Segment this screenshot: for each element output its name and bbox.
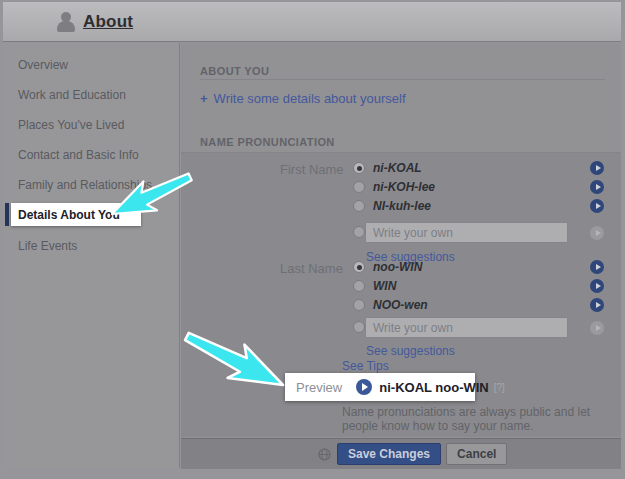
pronunciation-preview: Preview ni-KOAL noo-WIN [?] <box>285 373 475 401</box>
name-pronunciation-heading: NAME PRONUNCIATION <box>200 136 335 148</box>
play-icon <box>596 184 601 190</box>
last-name-custom-row <box>353 321 365 333</box>
pronunciation-option-label: NOO-wen <box>373 298 428 312</box>
last-name-custom-input[interactable] <box>365 317 568 338</box>
sidebar-item-family-relationships[interactable]: Family and Relationships <box>18 178 152 192</box>
about-settings-page: About Overview Work and Education Places… <box>0 0 625 479</box>
page-header: About <box>3 2 621 42</box>
last-name-option-row: NOO-wen <box>353 298 428 312</box>
play-pronunciation-button-disabled <box>590 226 604 240</box>
play-icon <box>596 264 601 270</box>
person-icon <box>57 12 75 32</box>
radio-first-name-option-1[interactable] <box>353 162 365 174</box>
play-icon <box>596 283 601 289</box>
see-tips-link[interactable]: See Tips <box>342 359 389 373</box>
radio-first-name-custom[interactable] <box>353 226 365 238</box>
preview-pronunciation-text: ni-KOAL noo-WIN <box>379 380 489 395</box>
play-pronunciation-button[interactable] <box>590 180 604 194</box>
privacy-globe-icon[interactable] <box>318 448 331 461</box>
help-question-badge[interactable]: [?] <box>494 382 505 393</box>
sidebar-item-places-lived[interactable]: Places You've Lived <box>18 118 124 132</box>
play-pronunciation-button[interactable] <box>590 199 604 213</box>
play-pronunciation-button[interactable] <box>590 161 604 175</box>
pronunciation-option-label: ni-KOH-lee <box>373 180 435 194</box>
last-name-label: Last Name <box>280 261 343 276</box>
radio-last-name-option-1[interactable] <box>353 261 365 273</box>
pronunciation-option-label: WIN <box>373 279 396 293</box>
first-name-option-row: ni-KOH-lee <box>353 180 435 194</box>
sidebar-item-life-events[interactable]: Life Events <box>18 239 77 253</box>
pronunciation-footnote: Name pronunciations are always public an… <box>342 405 598 433</box>
first-name-option-row: NI-kuh-lee <box>353 199 431 213</box>
save-changes-button[interactable]: Save Changes <box>337 443 441 465</box>
page-title: About <box>83 12 133 32</box>
sidebar-item-overview[interactable]: Overview <box>18 58 68 72</box>
heading-divider <box>200 79 605 80</box>
play-icon <box>596 165 601 171</box>
radio-last-name-custom[interactable] <box>353 321 365 333</box>
play-icon <box>596 302 601 308</box>
add-details-link[interactable]: +Write some details about yourself <box>200 91 406 106</box>
last-name-see-suggestions-link[interactable]: See suggestions <box>366 344 455 358</box>
pronunciation-option-label: NI-kuh-lee <box>373 199 431 213</box>
last-name-option-row: WIN <box>353 279 396 293</box>
about-you-heading: ABOUT YOU <box>200 65 269 77</box>
play-pronunciation-button[interactable] <box>590 298 604 312</box>
radio-last-name-option-3[interactable] <box>353 299 365 311</box>
play-icon <box>596 230 601 236</box>
play-icon <box>596 203 601 209</box>
preview-play-button[interactable] <box>356 379 372 395</box>
active-item-accent-bar <box>5 203 9 226</box>
first-name-option-row: ni-KOAL <box>353 161 422 175</box>
about-main-panel: ABOUT YOU +Write some details about your… <box>181 43 621 468</box>
first-name-custom-row <box>353 226 365 238</box>
name-pronunciation-editor: First Name ni-KOAL ni-KOH-lee NI-kuh-lee <box>181 152 621 437</box>
last-name-option-row: noo-WIN <box>353 260 422 274</box>
preview-label: Preview <box>296 380 342 395</box>
play-pronunciation-button-disabled <box>590 321 604 335</box>
play-pronunciation-button[interactable] <box>590 260 604 274</box>
pronunciation-option-label: noo-WIN <box>373 260 422 274</box>
cancel-button[interactable]: Cancel <box>446 443 507 465</box>
about-sidebar: Overview Work and Education Places You'v… <box>3 43 180 468</box>
play-icon <box>596 325 601 331</box>
form-action-bar: Save Changes Cancel <box>181 438 621 469</box>
radio-first-name-option-2[interactable] <box>353 181 365 193</box>
sidebar-item-contact-basic-info[interactable]: Contact and Basic Info <box>18 148 139 162</box>
play-icon <box>362 383 368 391</box>
play-pronunciation-button[interactable] <box>590 279 604 293</box>
pronunciation-option-label: ni-KOAL <box>373 161 422 175</box>
sidebar-item-details-about-you[interactable]: Details About You <box>11 203 141 226</box>
first-name-custom-input[interactable] <box>365 222 568 243</box>
sidebar-item-work-education[interactable]: Work and Education <box>18 88 126 102</box>
radio-first-name-option-3[interactable] <box>353 200 365 212</box>
first-name-label: First Name <box>280 162 344 177</box>
radio-last-name-option-2[interactable] <box>353 280 365 292</box>
plus-icon: + <box>200 91 208 106</box>
